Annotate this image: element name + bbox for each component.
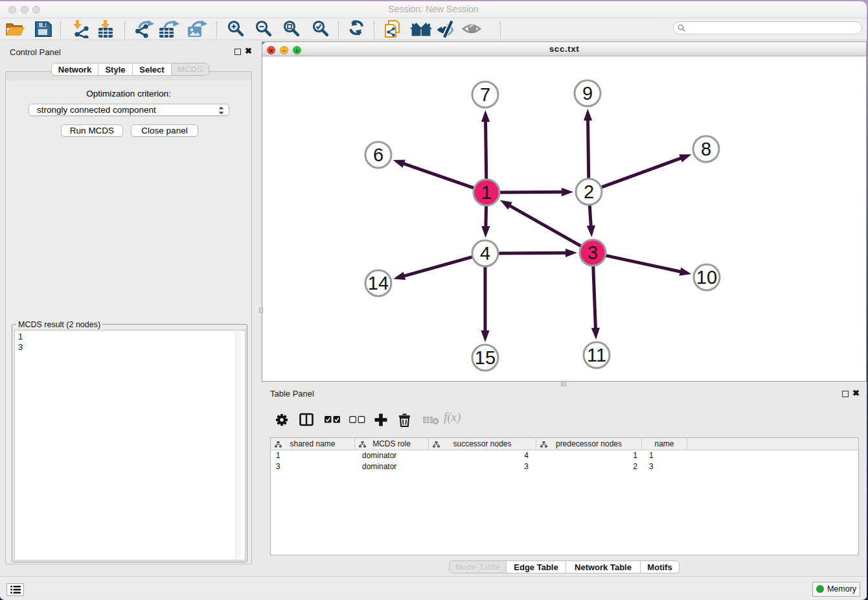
svg-text:10: 10 bbox=[696, 267, 717, 288]
svg-text:2: 2 bbox=[584, 181, 594, 202]
svg-text:14: 14 bbox=[368, 273, 389, 294]
svg-text:6: 6 bbox=[373, 144, 383, 165]
svg-text:3: 3 bbox=[588, 242, 598, 263]
svg-text:11: 11 bbox=[587, 345, 606, 365]
svg-text:7: 7 bbox=[480, 84, 490, 105]
svg-text:9: 9 bbox=[582, 83, 593, 104]
svg-text:8: 8 bbox=[701, 139, 711, 159]
svg-text:4: 4 bbox=[480, 243, 490, 264]
svg-text:1: 1 bbox=[481, 182, 492, 203]
svg-text:15: 15 bbox=[475, 347, 496, 368]
